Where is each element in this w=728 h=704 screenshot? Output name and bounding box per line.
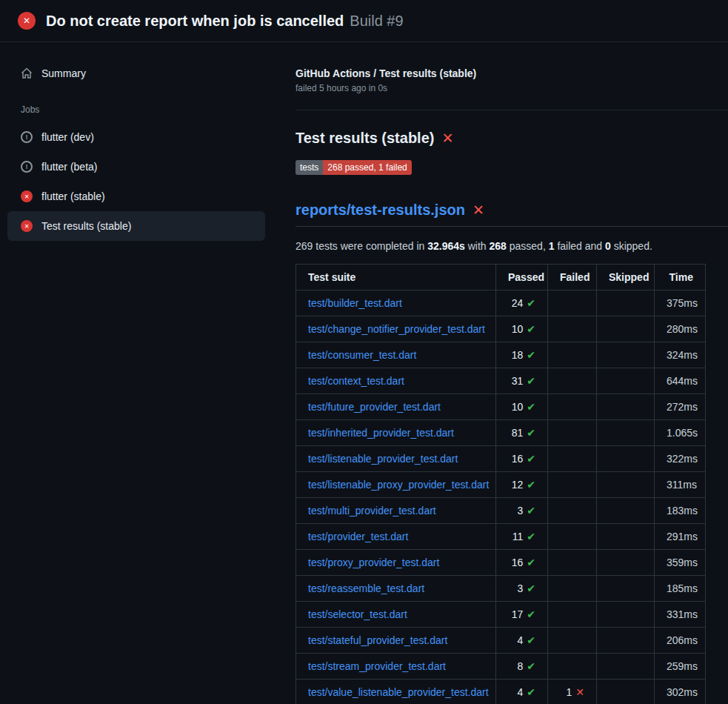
table-row: test/context_test.dart31✔644ms: [296, 368, 706, 394]
check-icon: ✔: [527, 427, 535, 439]
failed-cell: [548, 524, 597, 550]
check-icon: ✔: [527, 634, 535, 646]
sidebar: Summary Jobs ! flutter (dev) ! flutter (…: [0, 42, 274, 241]
skipped-cell: [597, 602, 655, 628]
failed-cell: 1✕: [548, 680, 597, 704]
check-icon: ✔: [527, 686, 535, 698]
breadcrumb: GitHub Actions / Test results (stable): [295, 67, 728, 79]
failed-cell: [548, 628, 597, 654]
skipped-cell: [597, 576, 655, 602]
sidebar-item-flutter-dev[interactable]: ! flutter (dev): [7, 122, 265, 152]
time-cell: 359ms: [655, 550, 706, 576]
failed-cell: [548, 550, 597, 576]
table-row: test/consumer_test.dart18✔324ms: [296, 342, 706, 368]
table-row: test/stateful_provider_test.dart4✔206ms: [296, 628, 706, 654]
test-suite-link[interactable]: test/inherited_provider_test.dart: [308, 427, 454, 439]
test-suite-link[interactable]: test/proxy_provider_test.dart: [308, 557, 439, 568]
time-cell: 375ms: [655, 290, 706, 316]
summary-line: 269 tests were completed in 32.964s with…: [295, 240, 728, 252]
passed-cell: 8✔: [496, 654, 548, 680]
failed-x-icon: ✕: [441, 131, 453, 145]
test-suite-link[interactable]: test/reassemble_test.dart: [308, 582, 424, 594]
report-file-link[interactable]: reports/test-results.json: [295, 202, 465, 219]
test-suite-link[interactable]: test/stateful_provider_test.dart: [308, 634, 447, 646]
check-icon: ✔: [527, 505, 535, 517]
report-heading: reports/test-results.json ✕: [295, 202, 728, 227]
passed-cell: 10✔: [496, 394, 548, 420]
table-header-row: Test suite Passed Failed Skipped Time: [296, 265, 706, 290]
failed-status-icon: ✕: [21, 220, 33, 232]
passed-cell: 11✔: [496, 524, 548, 550]
column-header-passed: Passed: [496, 265, 548, 290]
check-icon: ✔: [527, 531, 535, 542]
time-cell: 644ms: [655, 368, 706, 394]
run-status-text: failed 5 hours ago in 0s: [295, 83, 728, 93]
test-suite-link[interactable]: test/value_listenable_provider_test.dart: [308, 686, 489, 698]
sidebar-item-label: flutter (dev): [41, 131, 94, 143]
badge-key: tests: [295, 160, 323, 175]
time-cell: 185ms: [655, 576, 706, 602]
sidebar-item-flutter-stable[interactable]: ✕ flutter (stable): [7, 182, 265, 211]
test-suite-link[interactable]: test/provider_test.dart: [308, 531, 408, 542]
column-header-test-suite: Test suite: [296, 265, 496, 290]
check-icon: ✔: [527, 401, 535, 413]
neutral-status-icon: !: [21, 161, 33, 173]
failed-status-icon: ✕: [18, 12, 36, 30]
passed-cell: 31✔: [496, 368, 548, 394]
failed-cell: [548, 316, 597, 342]
passed-cell: 16✔: [496, 446, 548, 472]
main-content: GitHub Actions / Test results (stable) f…: [274, 42, 728, 704]
check-icon: ✔: [527, 479, 535, 491]
test-suite-link[interactable]: test/context_test.dart: [308, 375, 404, 387]
failed-cell: [548, 446, 597, 472]
time-cell: 272ms: [655, 394, 706, 420]
x-icon: ✕: [575, 686, 584, 698]
passed-cell: 16✔: [496, 550, 548, 576]
table-row: test/builder_test.dart24✔375ms: [296, 290, 706, 316]
time-cell: 206ms: [655, 628, 706, 654]
check-icon: ✔: [527, 660, 535, 672]
skipped-cell: [597, 628, 655, 654]
failed-cell: [548, 498, 597, 524]
skipped-cell: [597, 342, 655, 368]
test-suite-link[interactable]: test/listenable_provider_test.dart: [308, 453, 458, 465]
skipped-cell: [597, 290, 655, 316]
test-suite-link[interactable]: test/listenable_proxy_provider_test.dart: [308, 479, 489, 491]
skipped-cell: [597, 368, 655, 394]
test-suite-link[interactable]: test/future_provider_test.dart: [308, 401, 441, 413]
test-suite-link[interactable]: test/multi_provider_test.dart: [308, 505, 436, 517]
column-header-skipped: Skipped: [597, 265, 655, 290]
passed-cell: 18✔: [496, 342, 548, 368]
sidebar-item-test-results-stable[interactable]: ✕ Test results (stable): [7, 211, 265, 241]
check-icon: ✔: [527, 375, 535, 387]
sidebar-item-label: flutter (beta): [41, 161, 97, 173]
passed-cell: 10✔: [496, 316, 548, 342]
test-suite-link[interactable]: test/change_notifier_provider_test.dart: [308, 323, 485, 335]
table-row: test/change_notifier_provider_test.dart1…: [296, 316, 706, 342]
skipped-cell: [597, 498, 655, 524]
build-title: Do not create report when job is cancell…: [46, 13, 344, 30]
passed-cell: 4✔: [496, 628, 548, 654]
test-suite-link[interactable]: test/builder_test.dart: [308, 297, 402, 309]
test-suite-link[interactable]: test/selector_test.dart: [308, 608, 407, 620]
test-suite-link[interactable]: test/stream_provider_test.dart: [308, 660, 446, 672]
failed-cell: [548, 420, 597, 446]
build-number: Build #9: [350, 13, 403, 30]
time-cell: 322ms: [655, 446, 706, 472]
skipped-cell: [597, 680, 655, 704]
column-header-failed: Failed: [548, 265, 597, 290]
sidebar-item-flutter-beta[interactable]: ! flutter (beta): [7, 152, 265, 182]
check-icon: ✔: [527, 323, 535, 335]
jobs-section-label: Jobs: [21, 104, 274, 115]
test-suite-link[interactable]: test/consumer_test.dart: [308, 349, 416, 361]
passed-cell: 12✔: [496, 472, 548, 498]
check-icon: ✔: [527, 453, 535, 465]
failed-cell: [548, 290, 597, 316]
table-row: test/value_listenable_provider_test.dart…: [296, 680, 706, 704]
table-row: test/selector_test.dart17✔331ms: [296, 602, 706, 628]
check-icon: ✔: [527, 349, 535, 361]
table-row: test/listenable_provider_test.dart16✔322…: [296, 446, 706, 472]
sidebar-item-summary[interactable]: Summary: [7, 59, 265, 88]
time-cell: 280ms: [655, 316, 706, 342]
time-cell: 302ms: [655, 680, 706, 704]
